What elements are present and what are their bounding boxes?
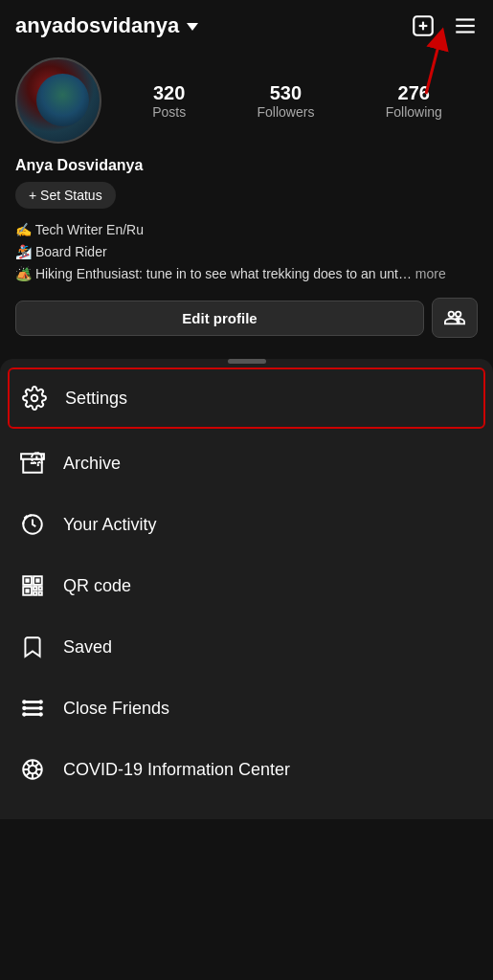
menu-item-covid-info[interactable]: COVID-19 Information Center [0,739,493,800]
gear-icon [21,385,48,412]
add-post-button[interactable] [411,13,436,38]
close-friends-icon [19,695,46,722]
bio-line-1: ✍️ Tech Writer En/Ru [15,220,478,240]
svg-point-28 [22,712,26,716]
your-activity-label: Your Activity [63,515,156,535]
add-square-icon [411,13,436,38]
svg-point-25 [22,706,26,710]
settings-label: Settings [65,389,127,409]
bio-section: ✍️ Tech Writer En/Ru 🏂 Board Rider 🏕️ Hi… [15,220,478,284]
followers-count: 530 [270,82,302,104]
set-status-button[interactable]: + Set Status [15,182,116,209]
following-label: Following [386,104,442,120]
username-label: anyadosvidanya [15,13,179,38]
svg-point-22 [22,700,26,703]
qr-code-label: QR code [63,576,131,596]
avatar[interactable] [15,57,101,144]
posts-count: 320 [153,82,185,104]
menu-panel: Settings Archive Your Act [0,359,493,819]
svg-point-29 [39,712,43,716]
activity-icon [19,511,46,538]
menu-item-qr-code[interactable]: QR code [0,555,493,616]
menu-button[interactable] [453,13,478,38]
add-person-icon [444,307,465,328]
archive-icon [19,450,46,477]
followers-label: Followers [257,104,314,120]
qr-icon [19,572,46,599]
posts-label: Posts [152,104,186,120]
close-friends-label: Close Friends [63,699,169,719]
svg-point-31 [29,766,37,774]
stats-container: 320 Posts 530 Followers 276 Following [117,82,478,120]
svg-rect-20 [39,592,42,595]
drag-handle [228,359,266,364]
header-username-area[interactable]: anyadosvidanya [15,13,198,38]
menu-item-settings[interactable]: Settings [8,368,485,429]
svg-rect-14 [35,578,39,582]
chevron-down-icon [187,23,198,31]
profile-top: 320 Posts 530 Followers 276 Following [15,57,478,144]
header-icons-area [411,13,478,38]
svg-line-36 [26,763,29,766]
stat-following[interactable]: 276 Following [386,82,442,120]
bio-more-link[interactable]: more [415,266,446,281]
menu-item-archive[interactable]: Archive [0,433,493,494]
bio-line-3: 🏕️ Hiking Enthusiast: tune in to see wha… [15,264,478,284]
following-count: 276 [398,82,430,104]
svg-line-38 [35,763,38,766]
stat-posts[interactable]: 320 Posts [152,82,186,120]
menu-item-close-friends[interactable]: Close Friends [0,678,493,739]
svg-line-39 [26,772,29,775]
menu-item-saved[interactable]: Saved [0,616,493,678]
svg-point-23 [39,700,43,703]
svg-point-26 [39,706,43,710]
hamburger-menu-icon [453,13,478,38]
svg-rect-16 [25,589,29,592]
bio-line-2: 🏂 Board Rider [15,242,478,262]
profile-section: 320 Posts 530 Followers 276 Following An… [0,48,493,349]
svg-rect-18 [39,587,42,590]
covid-icon [19,756,46,783]
svg-point-8 [32,395,38,402]
app-header: anyadosvidanya [0,0,493,48]
archive-label: Archive [63,454,121,474]
display-name: Anya Dosvidanya [15,157,478,174]
set-status-label: + Set Status [29,188,102,203]
covid-info-label: COVID-19 Information Center [63,760,290,780]
profile-actions: Edit profile [15,298,478,338]
saved-label: Saved [63,637,112,657]
bookmark-icon [19,634,46,660]
svg-rect-17 [34,587,36,590]
svg-rect-12 [25,578,29,582]
avatar-image [17,59,100,142]
svg-rect-19 [34,592,36,595]
svg-line-37 [35,772,38,775]
menu-item-your-activity[interactable]: Your Activity [0,494,493,555]
stat-followers[interactable]: 530 Followers [257,82,314,120]
add-person-button[interactable] [432,298,478,338]
edit-profile-button[interactable]: Edit profile [15,301,424,336]
